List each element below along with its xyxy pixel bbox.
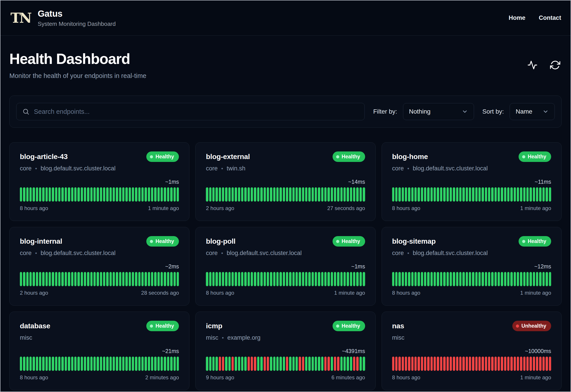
uptime-bar[interactable] xyxy=(209,272,211,286)
uptime-bar[interactable] xyxy=(405,357,407,371)
uptime-bar[interactable] xyxy=(510,272,512,286)
uptime-bar[interactable] xyxy=(244,187,246,202)
uptime-bar[interactable] xyxy=(402,187,404,202)
uptime-bar[interactable] xyxy=(296,357,298,371)
uptime-bar[interactable] xyxy=(215,272,218,286)
uptime-bar[interactable] xyxy=(55,272,57,286)
uptime-bar[interactable] xyxy=(472,272,474,286)
uptime-bar[interactable] xyxy=(145,272,147,286)
uptime-bar[interactable] xyxy=(475,272,478,286)
uptime-bar[interactable] xyxy=(129,187,131,202)
uptime-bar[interactable] xyxy=(395,187,397,202)
uptime-bar[interactable] xyxy=(440,187,442,202)
uptime-bar[interactable] xyxy=(55,357,57,371)
uptime-bar[interactable] xyxy=(331,357,333,371)
uptime-bar[interactable] xyxy=(93,272,96,286)
uptime-bar[interactable] xyxy=(447,272,449,286)
uptime-bar[interactable] xyxy=(52,357,54,371)
uptime-bar[interactable] xyxy=(529,187,532,202)
uptime-bar[interactable] xyxy=(49,357,51,371)
uptime-bar[interactable] xyxy=(157,272,160,286)
uptime-bar[interactable] xyxy=(507,357,510,371)
uptime-bar[interactable] xyxy=(334,187,336,202)
uptime-bar[interactable] xyxy=(434,187,436,202)
uptime-bar[interactable] xyxy=(504,272,506,286)
uptime-bar[interactable] xyxy=(151,357,153,371)
uptime-bar[interactable] xyxy=(469,272,471,286)
endpoint-card[interactable]: icmp Healthy misc • example.org ~4391ms … xyxy=(195,312,376,390)
uptime-bar[interactable] xyxy=(103,357,105,371)
uptime-bar[interactable] xyxy=(264,272,266,286)
uptime-bar[interactable] xyxy=(485,187,487,202)
uptime-bar[interactable] xyxy=(424,272,426,286)
uptime-bar[interactable] xyxy=(542,357,545,371)
uptime-bar[interactable] xyxy=(39,357,41,371)
uptime-bar[interactable] xyxy=(475,187,478,202)
uptime-bar[interactable] xyxy=(151,272,153,286)
uptime-bar[interactable] xyxy=(498,272,500,286)
uptime-bar[interactable] xyxy=(296,187,298,202)
uptime-bar[interactable] xyxy=(273,357,275,371)
uptime-bar[interactable] xyxy=(437,357,439,371)
uptime-bar[interactable] xyxy=(302,357,304,371)
uptime-bar[interactable] xyxy=(49,187,51,202)
nav-contact[interactable]: Contact xyxy=(539,14,561,21)
uptime-bar[interactable] xyxy=(447,357,449,371)
uptime-bar[interactable] xyxy=(312,187,314,202)
uptime-bar[interactable] xyxy=(491,187,493,202)
uptime-bar[interactable] xyxy=(514,187,516,202)
uptime-bar[interactable] xyxy=(23,357,25,371)
search-input[interactable] xyxy=(34,108,359,115)
uptime-bar[interactable] xyxy=(405,187,407,202)
uptime-bar[interactable] xyxy=(225,272,227,286)
uptime-bar[interactable] xyxy=(206,187,208,202)
uptime-bar[interactable] xyxy=(501,272,503,286)
uptime-bar[interactable] xyxy=(324,357,327,371)
uptime-bar[interactable] xyxy=(337,272,339,286)
uptime-bar[interactable] xyxy=(305,272,307,286)
uptime-bar[interactable] xyxy=(414,272,417,286)
uptime-bar[interactable] xyxy=(360,272,362,286)
uptime-bar[interactable] xyxy=(103,187,105,202)
uptime-bar[interactable] xyxy=(318,272,320,286)
uptime-bar[interactable] xyxy=(347,272,349,286)
uptime-bar[interactable] xyxy=(529,272,532,286)
uptime-bar[interactable] xyxy=(135,357,137,371)
uptime-bar[interactable] xyxy=(122,272,124,286)
uptime-bar[interactable] xyxy=(466,357,468,371)
uptime-bar[interactable] xyxy=(116,187,118,202)
uptime-bar[interactable] xyxy=(109,187,112,202)
uptime-bar[interactable] xyxy=(459,272,462,286)
uptime-bar[interactable] xyxy=(276,187,279,202)
uptime-bar[interactable] xyxy=(514,357,516,371)
uptime-bar[interactable] xyxy=(456,187,458,202)
uptime-bar[interactable] xyxy=(93,357,96,371)
uptime-bar[interactable] xyxy=(479,357,481,371)
uptime-bar[interactable] xyxy=(491,272,493,286)
uptime-bar[interactable] xyxy=(244,272,246,286)
uptime-bar[interactable] xyxy=(347,357,349,371)
uptime-bar[interactable] xyxy=(100,357,102,371)
uptime-bar[interactable] xyxy=(36,187,38,202)
uptime-bar[interactable] xyxy=(398,357,401,371)
uptime-bar[interactable] xyxy=(267,187,269,202)
uptime-bar[interactable] xyxy=(129,272,131,286)
uptime-bar[interactable] xyxy=(331,272,333,286)
uptime-bar[interactable] xyxy=(286,187,288,202)
sort-select[interactable]: Name xyxy=(510,103,555,120)
uptime-bar[interactable] xyxy=(472,357,474,371)
uptime-bar[interactable] xyxy=(206,357,208,371)
uptime-bar[interactable] xyxy=(106,357,108,371)
uptime-bar[interactable] xyxy=(440,272,442,286)
uptime-bar[interactable] xyxy=(45,357,48,371)
uptime-bar[interactable] xyxy=(356,187,359,202)
uptime-bar[interactable] xyxy=(292,357,295,371)
endpoint-card[interactable]: nas Unhealthy misc • ~10000ms 8 hours ag… xyxy=(382,312,562,390)
uptime-bar[interactable] xyxy=(87,272,89,286)
uptime-bar[interactable] xyxy=(39,187,41,202)
uptime-bar[interactable] xyxy=(280,187,282,202)
uptime-bar[interactable] xyxy=(398,187,401,202)
uptime-bar[interactable] xyxy=(87,187,89,202)
uptime-bar[interactable] xyxy=(453,187,455,202)
uptime-bar[interactable] xyxy=(276,272,279,286)
